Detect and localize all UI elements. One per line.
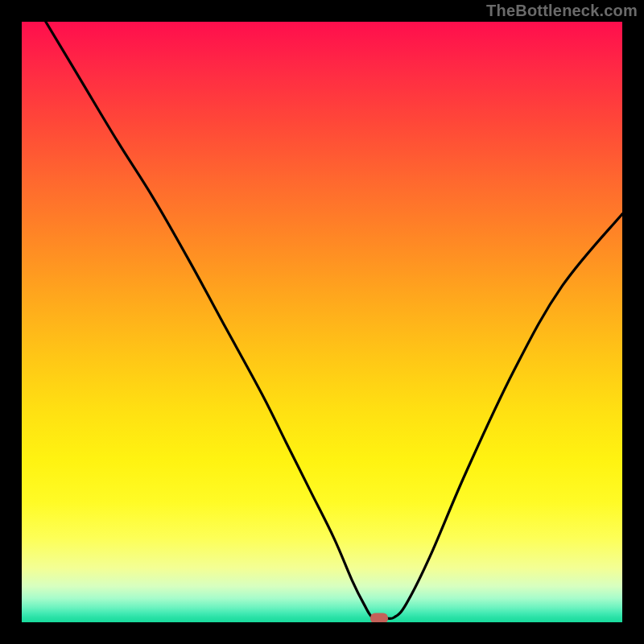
- bottleneck-curve: [22, 22, 622, 622]
- chart-frame: TheBottleneck.com: [0, 0, 644, 644]
- watermark-text: TheBottleneck.com: [486, 2, 638, 20]
- optimal-point-marker: [370, 613, 388, 622]
- plot-area: [22, 22, 622, 622]
